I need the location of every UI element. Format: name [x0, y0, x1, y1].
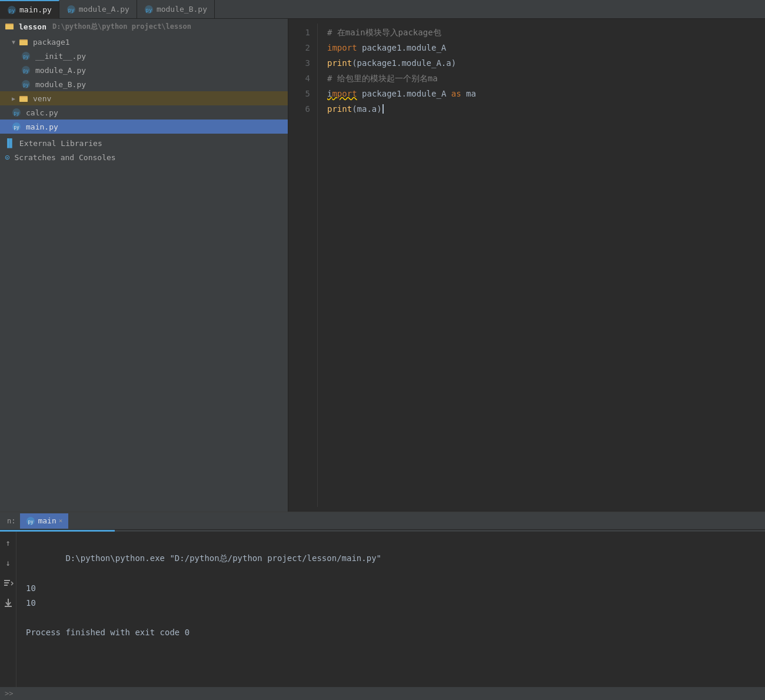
svg-text:py: py	[28, 519, 34, 525]
line-numbers: 1 2 3 4 5 6	[288, 24, 318, 507]
sidebar-item-main-py[interactable]: py main.py	[0, 120, 288, 134]
tab-bar: py main.py py module_A.py py module_B.py	[0, 0, 765, 19]
code-line-5: import package1.module_A as ma	[327, 86, 765, 101]
tab-label-main: main.py	[19, 5, 52, 14]
lesson-label: lesson	[19, 22, 46, 31]
terminal-sidebar: ↑ ↓	[0, 532, 16, 687]
sidebar-item-lesson[interactable]: lesson D:\python总\python project\lesson	[0, 19, 288, 35]
chevron-right-icon: ▶	[12, 95, 15, 102]
editor-area: 1 2 3 4 5 6 # 在main模块导入package包 import p…	[288, 19, 765, 512]
line2-module: package1.module_A	[357, 41, 447, 54]
line3-args: (package1.module_A.a)	[352, 57, 456, 69]
code-line-2: import package1.module_A	[327, 40, 765, 55]
svg-text:py: py	[145, 7, 152, 13]
line5-import-keyword: mport	[332, 87, 357, 100]
sidebar-item-external-libs[interactable]: ▐▌ External Libraries	[0, 136, 288, 150]
lesson-path: D:\python总\python project\lesson	[52, 22, 191, 32]
sidebar-item-init-py[interactable]: py __init__.py	[0, 49, 288, 63]
clock-icon: ⊙	[5, 152, 9, 162]
run-label: n:	[5, 517, 18, 525]
line5-alias: ma	[461, 87, 476, 100]
code-line-1: # 在main模块导入package包	[327, 25, 765, 40]
terminal-tab-main[interactable]: py main ×	[20, 513, 68, 529]
scroll-up-button[interactable]: ↑	[2, 536, 15, 549]
code-line-3: print (package1.module_A.a)	[327, 55, 765, 71]
sort-output-button[interactable]	[2, 576, 15, 589]
venv-label: venv	[33, 94, 51, 103]
terminal-process-line: Process finished with exit code 0	[26, 625, 756, 640]
line5-module: package1.module_A	[357, 87, 451, 100]
code-line-4: # 给包里的模块起一个别名ma	[327, 71, 765, 86]
calc-py-label: calc.py	[26, 108, 58, 117]
line6-open: (ma.a)	[352, 102, 382, 115]
terminal-output: D:\python\python.exe "D:/python总/python …	[16, 532, 765, 687]
terminal-tab-label: main	[38, 516, 56, 525]
code-editor[interactable]: # 在main模块导入package包 import package1.modu…	[318, 24, 765, 507]
scroll-down-button[interactable]: ↓	[2, 556, 15, 569]
bottom-toolbar: >>	[0, 687, 765, 700]
line5-as: as	[451, 87, 461, 100]
svg-rect-17	[19, 97, 28, 102]
lesson-folder-icon	[5, 21, 14, 32]
scratches-label: Scratches and Consoles	[14, 153, 115, 162]
chevron-down-icon: ▼	[12, 39, 15, 45]
main-py-label: main.py	[26, 122, 58, 131]
sidebar-item-module-b[interactable]: py module_B.py	[0, 77, 288, 91]
sidebar-item-venv[interactable]: ▶ venv	[0, 91, 288, 105]
init-py-label: __init__.py	[35, 52, 86, 61]
svg-text:py: py	[68, 7, 74, 13]
text-cursor	[382, 104, 384, 114]
bar-chart-icon: ▐▌	[5, 138, 15, 148]
svg-text:py: py	[9, 8, 15, 14]
svg-text:py: py	[23, 82, 29, 88]
line1-comment: # 在main模块导入package包	[327, 26, 441, 39]
line4-comment: # 给包里的模块起一个别名ma	[327, 72, 438, 85]
svg-rect-7	[5, 25, 14, 29]
sidebar-item-calc-py[interactable]: py calc.py	[0, 105, 288, 120]
line2-import: import	[327, 41, 357, 54]
svg-text:py: py	[23, 54, 29, 59]
bottom-panel: n: py main × ↑ ↓	[0, 512, 765, 700]
line3-print: print	[327, 57, 352, 69]
svg-rect-9	[19, 41, 28, 45]
sidebar-item-scratches[interactable]: ⊙ Scratches and Consoles	[0, 150, 288, 164]
expand-icon[interactable]: >>	[5, 689, 13, 698]
svg-text:py: py	[14, 125, 19, 130]
package1-label: package1	[33, 38, 70, 47]
terminal-output-line-1: 10	[26, 581, 756, 596]
module-b-label: module_B.py	[35, 80, 86, 89]
terminal-content: ↑ ↓ D:\python\python.e	[0, 532, 765, 687]
terminal-tab-close[interactable]: ×	[59, 517, 63, 525]
tab-module-a[interactable]: py module_A.py	[59, 0, 137, 19]
sidebar: lesson D:\python总\python project\lesson …	[0, 19, 288, 512]
code-line-6: print (ma.a)	[327, 101, 765, 117]
sidebar-item-module-a[interactable]: py module_A.py	[0, 63, 288, 77]
line5-import-underline: i	[327, 87, 332, 100]
line6-print: print	[327, 102, 352, 115]
external-libraries-label: External Libraries	[19, 139, 102, 148]
save-output-button[interactable]	[2, 596, 15, 609]
terminal-command-line: D:\python\python.exe "D:/python总/python …	[26, 536, 756, 581]
terminal-output-line-2: 10	[26, 596, 756, 611]
main-layout: lesson D:\python总\python project\lesson …	[0, 19, 765, 512]
code-content[interactable]: 1 2 3 4 5 6 # 在main模块导入package包 import p…	[288, 19, 765, 512]
terminal-tab-bar: n: py main ×	[0, 512, 765, 530]
tab-label-module-b: module_B.py	[157, 5, 207, 14]
run-command-text: D:\python\python.exe "D:/python总/python …	[65, 553, 381, 563]
svg-text:py: py	[14, 111, 19, 116]
tab-main-py[interactable]: py main.py	[0, 0, 59, 19]
module-a-label: module_A.py	[35, 66, 86, 75]
tab-module-b[interactable]: py module_B.py	[137, 0, 215, 19]
sidebar-item-package1[interactable]: ▼ package1	[0, 35, 288, 49]
svg-text:py: py	[23, 68, 29, 74]
tab-label-module-a: module_A.py	[79, 5, 129, 14]
terminal-empty-line	[26, 611, 756, 625]
